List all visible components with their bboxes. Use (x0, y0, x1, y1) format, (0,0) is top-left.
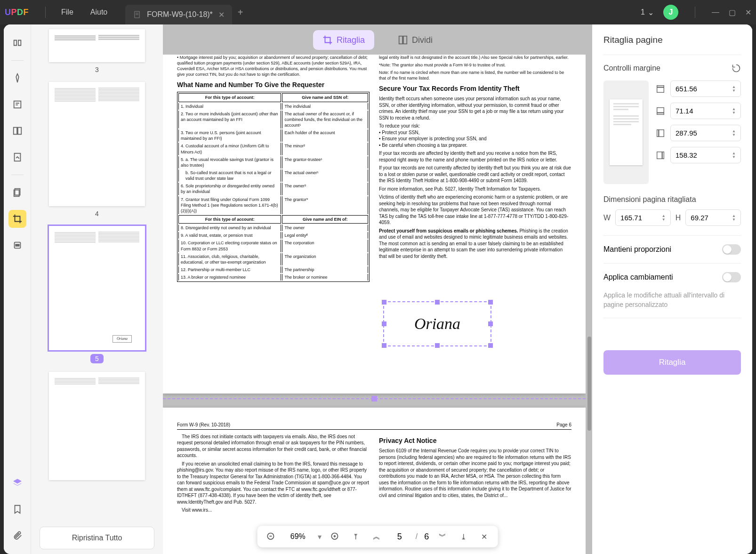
first-page-button[interactable]: ⤒ (349, 530, 363, 544)
crop-handle-nw[interactable] (382, 300, 386, 305)
svg-rect-24 (657, 129, 664, 136)
zoom-in-button[interactable] (328, 530, 342, 544)
width-input[interactable] (620, 214, 662, 222)
doc-text: legal entity itself is not designated in… (379, 55, 571, 60)
doc-text: Identity theft occurs when someone uses … (379, 96, 571, 121)
menu-help[interactable]: Aiuto (82, 5, 116, 19)
annotate-tool[interactable] (8, 69, 26, 87)
thumbnail-page-4[interactable] (49, 82, 145, 206)
close-toolbar-button[interactable]: ✕ (477, 530, 491, 544)
crop-handle-sw[interactable] (382, 343, 386, 348)
titlebar: UPDF File Aiuto FORM-W9-(10-18)* ✕ + 1 ⌄… (0, 0, 756, 24)
maximize-button[interactable]: ▢ (729, 8, 736, 17)
margin-bottom-input[interactable] (676, 107, 732, 115)
page-separator-handle[interactable] (371, 396, 377, 401)
redact-tool[interactable] (8, 236, 26, 254)
svg-rect-22 (657, 107, 664, 114)
crop-handle-w[interactable] (382, 321, 386, 326)
doc-text: Section 6109 of the Internal Revenue Cod… (379, 448, 571, 498)
height-input[interactable] (691, 214, 732, 222)
form-tool[interactable] (8, 148, 26, 166)
doc-text: For more information, see Pub. 5027, Ide… (379, 186, 571, 193)
pages-tool[interactable] (8, 184, 26, 201)
menu-file[interactable]: File (53, 5, 82, 19)
crop-handle-n[interactable] (435, 300, 440, 305)
dimensions-label: Dimensioni pagina ritagliata (603, 195, 696, 204)
doc-text: Note: If no name is circled when more th… (379, 70, 571, 81)
attachment-tool[interactable] (8, 527, 26, 545)
doc-page-num: Page 6 (556, 422, 571, 428)
user-avatar[interactable]: J (663, 5, 678, 20)
divider (603, 235, 741, 236)
edit-tool[interactable] (8, 96, 26, 113)
doc-text: To reduce your risk: (379, 123, 571, 129)
stepper-down[interactable]: ▼ (732, 111, 736, 115)
minimize-button[interactable]: — (712, 8, 719, 16)
prev-page-button[interactable]: ︽ (370, 530, 384, 544)
apply-changes-toggle[interactable] (722, 272, 741, 282)
tab-title: FORM-W9-(10-18)* (147, 10, 213, 19)
page-input[interactable] (390, 532, 409, 542)
panel-title: Ritaglia pagine (603, 35, 741, 45)
doc-text: *Note: The grantor also must provide a F… (379, 62, 571, 68)
bottom-toolbar: 69% ▾ ⤒ ︽ / 6 ︾ ⤓ ✕ (257, 526, 498, 547)
stepper-down[interactable]: ▼ (732, 218, 736, 222)
svg-rect-7 (17, 128, 21, 135)
margin-top-input[interactable] (676, 85, 732, 93)
svg-rect-13 (399, 36, 402, 44)
app-logo: UPDF (5, 8, 29, 17)
crop-icon (322, 35, 333, 45)
margin-left-input[interactable] (676, 129, 732, 137)
page-dropdown[interactable]: 1 ⌄ (641, 8, 654, 17)
margin-top-icon (655, 84, 666, 94)
chevron-down-icon: ⌄ (648, 8, 654, 17)
crop-apply-button[interactable]: Ritaglia (603, 350, 741, 375)
reader-tool[interactable] (8, 34, 26, 52)
doc-text: Protect yourself from suspicious emails … (379, 228, 518, 233)
document-tab[interactable]: FORM-W9-(10-18)* ✕ (125, 5, 232, 24)
crop-handle-e[interactable] (488, 321, 493, 326)
divider (695, 7, 695, 18)
crop-handle-se[interactable] (488, 343, 493, 348)
doc-heading: What Name and Number To Give the Request… (177, 80, 370, 89)
zoom-out-button[interactable] (264, 530, 278, 544)
crop-handle-s[interactable] (435, 343, 440, 348)
page-separator-slash: / (416, 532, 418, 541)
reset-all-button[interactable]: Ripristina Tutto (40, 527, 154, 549)
margin-right-input[interactable] (676, 151, 732, 159)
new-tab-button[interactable]: + (238, 7, 243, 18)
thumbnail-page-5[interactable]: Oriana (49, 226, 145, 350)
crop-handle-ne[interactable] (488, 300, 493, 305)
signature-crop-selection[interactable]: Oriana (383, 301, 491, 346)
last-page-button[interactable]: ⤓ (456, 530, 470, 544)
zoom-dropdown-icon[interactable]: ▾ (318, 532, 322, 541)
organize-tool[interactable] (8, 122, 26, 140)
doc-heading: Privacy Act Notice (379, 436, 571, 445)
thumbnail-page-3[interactable] (49, 29, 145, 62)
split-mode-tab[interactable]: Dividi (388, 30, 442, 50)
doc-text: The IRS does not initiate contacts with … (177, 434, 370, 459)
layers-tool[interactable] (8, 474, 26, 492)
bookmark-tool[interactable] (8, 500, 26, 518)
stepper-down[interactable]: ▼ (732, 133, 736, 137)
separator (11, 60, 24, 61)
stepper-down[interactable]: ▼ (732, 155, 736, 159)
document-page-5: • Mortgage interest paid by you; acquisi… (163, 55, 586, 393)
stepper-down[interactable]: ▼ (662, 218, 666, 222)
reset-margins-icon[interactable] (732, 64, 741, 73)
thumbnail-page-6[interactable] (49, 372, 145, 480)
margin-right-icon (655, 150, 666, 161)
close-button[interactable]: ✕ (745, 8, 751, 17)
apply-help-text: Applica le modifiche attuali all'interva… (603, 291, 741, 309)
zoom-value: 69% (285, 532, 311, 541)
tab-close-button[interactable]: ✕ (218, 10, 225, 19)
next-page-button[interactable]: ︾ (435, 530, 450, 544)
scrollbar (587, 53, 591, 526)
crop-mode-tab[interactable]: Ritaglia (313, 30, 374, 50)
scrollbar-thumb[interactable] (587, 337, 591, 431)
keep-ratio-toggle[interactable] (722, 244, 741, 255)
crop-tool[interactable] (8, 210, 26, 228)
svg-rect-12 (16, 244, 19, 246)
stepper-down[interactable]: ▼ (732, 89, 736, 93)
divider (45, 7, 46, 18)
